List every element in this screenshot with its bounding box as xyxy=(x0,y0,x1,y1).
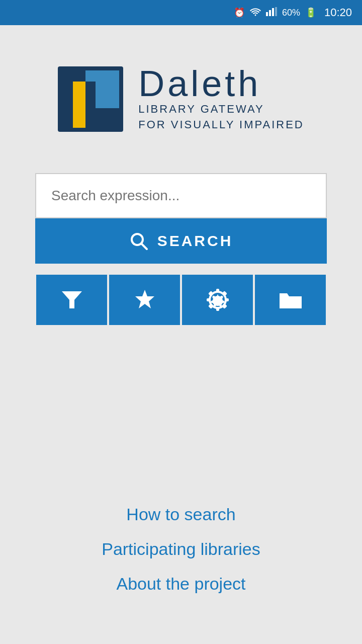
logo-title: Daleth xyxy=(138,65,304,102)
svg-marker-10 xyxy=(62,291,82,308)
svg-line-9 xyxy=(141,244,147,249)
search-section: SEARCH xyxy=(35,173,327,264)
about-project-link[interactable]: About the project xyxy=(116,574,245,594)
main-content: Daleth LIBRARY GATEWAY FOR VISUALLY IMPA… xyxy=(0,25,362,644)
star-icon xyxy=(132,287,157,312)
how-to-search-link[interactable]: How to search xyxy=(126,505,235,524)
folder-icon xyxy=(278,287,303,312)
search-button-label: SEARCH xyxy=(157,232,233,250)
filter-button[interactable] xyxy=(36,275,107,325)
gear-icon xyxy=(205,287,230,312)
logo-subtitle-line1: LIBRARY GATEWAY xyxy=(138,102,304,117)
settings-button[interactable] xyxy=(182,275,253,325)
status-time: 10:20 xyxy=(324,6,352,19)
wifi-icon xyxy=(250,7,261,19)
logo-section: Daleth LIBRARY GATEWAY FOR VISUALLY IMPA… xyxy=(58,65,304,133)
filter-icon xyxy=(59,287,84,312)
alarm-icon: ⏰ xyxy=(234,7,245,18)
svg-rect-7 xyxy=(85,82,96,128)
svg-rect-18 xyxy=(225,298,229,301)
links-section: How to search Participating libraries Ab… xyxy=(102,505,260,614)
svg-rect-16 xyxy=(216,307,219,311)
svg-rect-15 xyxy=(216,289,219,293)
favorites-button[interactable] xyxy=(109,275,180,325)
search-input[interactable] xyxy=(35,173,327,218)
svg-marker-11 xyxy=(135,290,154,308)
svg-rect-1 xyxy=(269,10,271,16)
svg-rect-3 xyxy=(275,7,277,16)
svg-rect-2 xyxy=(272,8,274,16)
svg-rect-17 xyxy=(207,298,211,301)
logo-icon xyxy=(58,66,123,132)
search-button-icon xyxy=(129,231,148,251)
logo-subtitle-line2: FOR VISUALLY IMPAIRED xyxy=(138,117,304,133)
signal-icon xyxy=(266,7,277,19)
status-icons: ⏰ 60% 🔋 10:20 xyxy=(234,6,352,19)
participating-libraries-link[interactable]: Participating libraries xyxy=(102,539,260,559)
svg-rect-0 xyxy=(266,12,268,16)
logo-text-block: Daleth LIBRARY GATEWAY FOR VISUALLY IMPA… xyxy=(138,65,304,133)
status-bar: ⏰ 60% 🔋 10:20 xyxy=(0,0,362,25)
action-buttons-row xyxy=(35,274,327,326)
svg-point-14 xyxy=(214,296,221,303)
search-button[interactable]: SEARCH xyxy=(35,218,327,264)
battery-level: 60% xyxy=(282,8,300,18)
folder-button[interactable] xyxy=(255,275,326,325)
battery-icon: 🔋 xyxy=(305,7,316,18)
